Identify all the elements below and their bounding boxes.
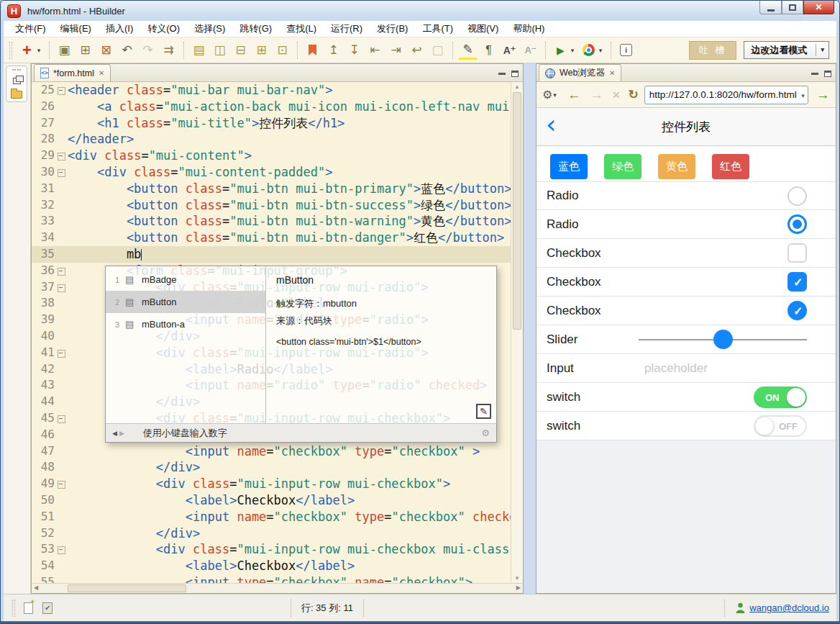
- code-line-30[interactable]: 30 <div class="mui-content-padded">: [32, 164, 511, 181]
- reformat-button[interactable]: ⇉: [160, 41, 178, 60]
- next-bookmark-button[interactable]: ↧: [345, 41, 363, 60]
- checkbox-control[interactable]: [788, 243, 807, 263]
- color-button-3[interactable]: 红色: [712, 154, 749, 179]
- go-icon[interactable]: →: [816, 87, 830, 103]
- code-line-50[interactable]: 50 <label>Checkbox</label>: [32, 492, 511, 509]
- next-page-icon[interactable]: ▶: [119, 430, 124, 437]
- close-button[interactable]: ✕: [803, 1, 834, 14]
- show-paragraph-button[interactable]: ¶: [480, 41, 498, 60]
- new-file-button[interactable]: +: [18, 41, 36, 60]
- minimize-panel-icon[interactable]: [811, 73, 818, 75]
- menu-item[interactable]: 转义(O): [140, 22, 187, 35]
- code-line-53[interactable]: 53 <div class="mui-input-row mui-checkbo…: [32, 541, 511, 558]
- slider-track[interactable]: [639, 339, 807, 340]
- code-line-49[interactable]: 49 <div class="mui-input-row mui-checkbo…: [32, 476, 511, 492]
- minimize-panel-icon[interactable]: [498, 73, 506, 75]
- code-line-47[interactable]: 47 <input name="checkbox" type="checkbox…: [32, 443, 511, 460]
- forward-icon[interactable]: →: [590, 87, 603, 103]
- run-dropdown[interactable]: ▾: [568, 41, 577, 60]
- fold-marker-icon[interactable]: [57, 148, 66, 164]
- save-close-button[interactable]: ⊠: [97, 41, 115, 60]
- fold-marker-icon[interactable]: [57, 541, 66, 558]
- tab-web-browser[interactable]: Web浏览器 ✕: [539, 64, 621, 81]
- back-chevron-icon[interactable]: ‹: [546, 109, 556, 139]
- user-account-link[interactable]: wangan@dcloud.io: [749, 602, 829, 613]
- chevron-down-icon[interactable]: ▾: [553, 91, 557, 99]
- new-snippet-icon[interactable]: [24, 602, 33, 614]
- menu-item[interactable]: 选择(S): [187, 22, 232, 35]
- browser-settings-gear-icon[interactable]: ⚙: [542, 88, 552, 101]
- scroll-down-icon[interactable]: ▼: [511, 575, 523, 582]
- menu-item[interactable]: 帮助(H): [506, 22, 552, 35]
- fold-marker-icon[interactable]: [57, 476, 66, 492]
- menu-item[interactable]: 视图(V): [460, 22, 506, 35]
- statusbar-drag-handle[interactable]: [12, 600, 15, 617]
- format-inline-button[interactable]: ◫: [211, 41, 229, 60]
- code-line-54[interactable]: 54 <label>Checkbox</label>: [32, 558, 511, 574]
- fold-marker-icon[interactable]: [57, 263, 66, 279]
- checkbox-control[interactable]: [788, 301, 807, 320]
- font-increase-button[interactable]: A⁺: [501, 41, 519, 60]
- scroll-right-icon[interactable]: ▶: [516, 584, 521, 591]
- maximize-panel-icon[interactable]: [824, 71, 831, 77]
- new-file-dropdown[interactable]: ▾: [35, 41, 43, 60]
- fold-marker-icon[interactable]: [57, 279, 66, 296]
- slider-thumb[interactable]: [713, 330, 733, 349]
- fold-collapse-button[interactable]: ⊟: [232, 41, 250, 60]
- color-button-2[interactable]: 黄色: [658, 154, 695, 179]
- scroll-left-icon[interactable]: ◀: [34, 584, 38, 591]
- code-line-27[interactable]: 27 <h1 class="mui-title">控件列表</h1>: [32, 115, 511, 132]
- indent-button[interactable]: ⇥: [387, 41, 405, 60]
- menu-item[interactable]: 插入(I): [99, 22, 140, 35]
- fold-expand-button[interactable]: ⊞: [252, 41, 270, 60]
- menu-item[interactable]: 跳转(G): [232, 22, 279, 35]
- save-button[interactable]: ▣: [55, 41, 73, 60]
- code-line-26[interactable]: 26 <a class="mui-action-back mui-icon mu…: [32, 99, 511, 115]
- popup-settings-gear-icon[interactable]: ⚙: [481, 428, 490, 438]
- radio-control[interactable]: [788, 214, 807, 234]
- code-line-52[interactable]: 52 </div>: [32, 525, 511, 542]
- close-tab-icon[interactable]: ✕: [99, 69, 104, 77]
- bookmark-button[interactable]: [303, 41, 321, 60]
- switch-knob[interactable]: [787, 388, 805, 407]
- outdent-button[interactable]: ⇤: [366, 41, 384, 60]
- fold-marker-icon[interactable]: [57, 164, 66, 181]
- refresh-icon[interactable]: ↻: [629, 87, 639, 102]
- color-button-1[interactable]: 绿色: [604, 154, 642, 179]
- stop-icon[interactable]: ✕: [612, 89, 621, 101]
- fold-marker-icon[interactable]: [57, 410, 66, 427]
- run-button[interactable]: ▶: [552, 41, 570, 60]
- scroll-up-icon[interactable]: ▲: [511, 83, 523, 90]
- sidebar-drag-handle[interactable]: [12, 69, 21, 71]
- radio-control[interactable]: [788, 186, 807, 206]
- edit-snippet-icon[interactable]: ✎: [476, 404, 491, 419]
- inactive-box-button[interactable]: ▢: [429, 41, 447, 60]
- undo-button[interactable]: ↶: [118, 41, 136, 60]
- fold-marker-icon[interactable]: [57, 82, 66, 99]
- tucao-button[interactable]: 吐 槽: [689, 41, 737, 60]
- code-line-29[interactable]: 29<div class="mui-content">: [32, 148, 511, 164]
- text-input[interactable]: placeholder: [639, 361, 708, 376]
- switch-toggle[interactable]: ON: [754, 386, 807, 408]
- toolbar-drag-handle[interactable]: [9, 42, 12, 59]
- code-line-33[interactable]: 33 <button class="mui-btn mui-btn-warnin…: [32, 213, 511, 230]
- format-block-button[interactable]: ▤: [190, 41, 208, 60]
- back-icon[interactable]: ←: [567, 87, 581, 103]
- menu-item[interactable]: 文件(F): [8, 22, 53, 35]
- menu-item[interactable]: 发行(B): [370, 22, 415, 35]
- switch-knob[interactable]: [755, 417, 774, 435]
- browser-dropdown[interactable]: ▾: [596, 41, 605, 60]
- code-line-34[interactable]: 34 <button class="mui-btn mui-btn-danger…: [32, 230, 511, 246]
- chrome-icon[interactable]: [580, 41, 598, 60]
- menu-item[interactable]: 工具(T): [415, 22, 460, 35]
- feedback-info-button[interactable]: i: [617, 41, 635, 60]
- popup-item-mButton[interactable]: 2▤mButton: [106, 291, 265, 313]
- wrap-line-button[interactable]: ↩: [408, 41, 426, 60]
- menu-item[interactable]: 运行(R): [324, 22, 370, 35]
- code-line-31[interactable]: 31 <button class="mui-btn mui-btn-primar…: [32, 181, 511, 197]
- maximize-panel-icon[interactable]: [511, 71, 519, 77]
- url-input[interactable]: http://127.0.0.1:8020/hw/form.html ▾: [644, 86, 808, 104]
- checkbox-control[interactable]: [788, 272, 807, 291]
- horizontal-scroll-thumb[interactable]: [68, 584, 186, 592]
- format-box-button[interactable]: ⊡: [273, 41, 291, 60]
